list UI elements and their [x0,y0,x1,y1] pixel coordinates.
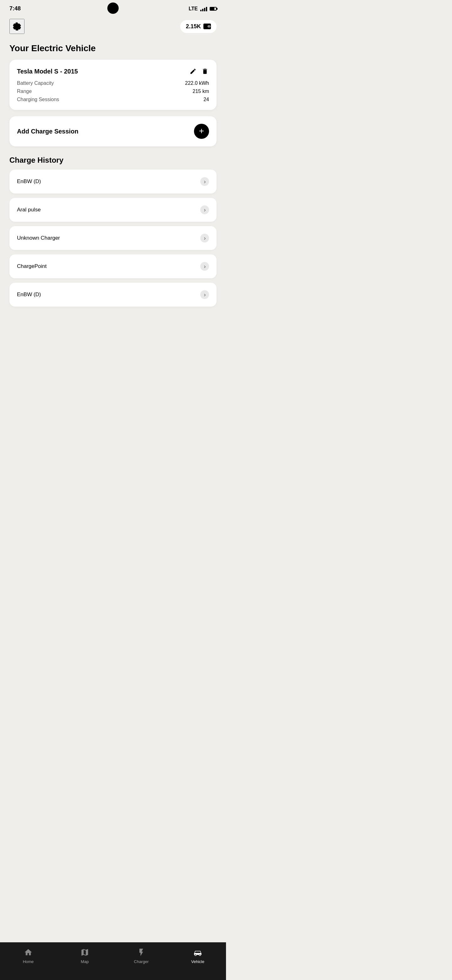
edit-vehicle-button[interactable] [189,67,197,75]
battery-capacity-label: Battery Capacity [17,80,54,86]
charge-history-list: EnBW (D) Aral pulse Unknown Charger Char… [10,170,217,307]
chevron-right-icon [200,177,209,186]
battery-capacity-row: Battery Capacity 222.0 kWh [17,80,209,86]
history-item-label: Unknown Charger [17,235,60,241]
history-item-label: ChargePoint [17,263,47,269]
chevron-right-icon [200,262,209,271]
plus-icon: + [199,127,204,135]
range-value: 215 km [193,89,209,94]
status-time: 7:48 [10,5,21,12]
history-item[interactable]: EnBW (D) [10,283,217,307]
wallet-button[interactable]: 2.15K [180,20,217,33]
charging-sessions-row: Charging Sessions 24 [17,97,209,102]
history-item-label: EnBW (D) [17,178,41,185]
vehicle-card: Tesla Model S - 2015 Battery Capacity 22… [10,60,217,110]
range-row: Range 215 km [17,89,209,94]
chevron-right-icon [200,234,209,242]
edit-icon [190,68,197,75]
charging-sessions-label: Charging Sessions [17,97,59,102]
wallet-amount: 2.15K [186,23,201,30]
vehicle-name: Tesla Model S - 2015 [17,68,78,75]
delete-vehicle-button[interactable] [201,67,209,75]
charging-sessions-value: 24 [203,97,209,102]
vehicle-details: Battery Capacity 222.0 kWh Range 215 km … [17,80,209,102]
lte-label: LTE [189,6,198,12]
history-item-label: EnBW (D) [17,291,41,298]
vehicle-card-header: Tesla Model S - 2015 [17,67,209,75]
chevron-right-icon [200,290,209,299]
settings-button[interactable] [10,19,24,34]
chevron-right-icon [200,205,209,214]
signal-icon [200,6,207,11]
gear-icon [12,21,22,32]
history-item-label: Aral pulse [17,207,41,213]
history-item[interactable]: Aral pulse [10,198,217,222]
range-label: Range [17,89,32,94]
history-item[interactable]: ChargePoint [10,255,217,278]
battery-icon [210,7,217,11]
history-item[interactable]: Unknown Charger [10,226,217,250]
charge-history-title: Charge History [10,156,217,165]
add-session-card[interactable]: Add Charge Session + [10,116,217,146]
wallet-icon [203,24,211,29]
add-session-button[interactable]: + [194,124,209,139]
add-session-label: Add Charge Session [17,128,78,135]
history-item[interactable]: EnBW (D) [10,170,217,194]
status-right: LTE [189,6,217,12]
battery-capacity-value: 222.0 kWh [185,80,209,86]
svg-point-2 [208,26,210,27]
trash-icon [201,68,208,75]
main-content: Your Electric Vehicle Tesla Model S - 20… [0,37,226,350]
page-title: Your Electric Vehicle [10,43,217,53]
camera-notch [107,3,119,14]
vehicle-actions [189,67,209,75]
app-header: 2.15K [0,16,226,37]
